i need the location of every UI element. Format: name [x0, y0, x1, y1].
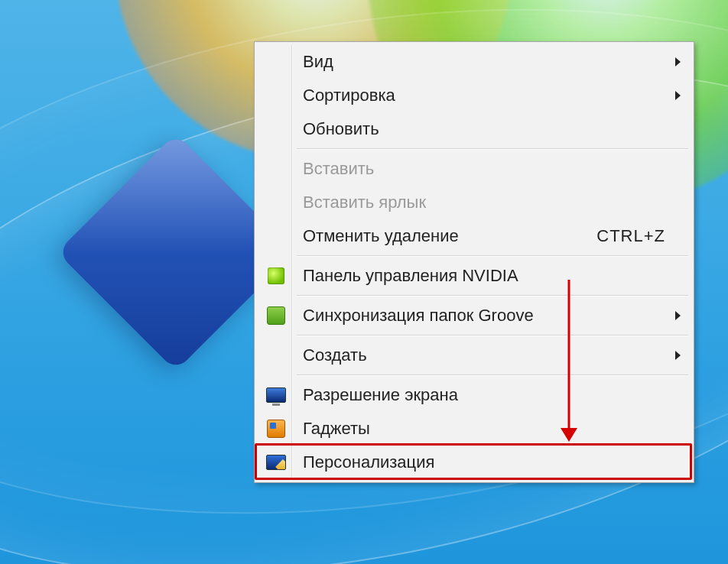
display-icon-slot [266, 385, 286, 405]
display-icon [266, 387, 286, 403]
menu-item-refresh[interactable]: Обновить [257, 112, 691, 146]
desktop-context-menu: ВидСортировкаОбновитьВставитьВставить яр… [254, 41, 694, 483]
menu-separator [297, 374, 688, 376]
submenu-arrow-icon [675, 91, 681, 100]
menu-separator [297, 148, 688, 150]
menu-item-paste: Вставить [257, 152, 691, 186]
nvidia-icon-slot [266, 266, 286, 286]
personalize-icon-slot [266, 452, 286, 472]
gadgets-icon [267, 420, 285, 438]
menu-item-label: Персонализация [303, 452, 665, 472]
menu-item-sort[interactable]: Сортировка [257, 79, 691, 112]
menu-item-resolution[interactable]: Разрешение экрана [257, 378, 691, 412]
menu-item-paste-short: Вставить ярлык [257, 186, 691, 219]
menu-item-label: Отменить удаление [303, 226, 596, 246]
personalize-icon [266, 455, 286, 470]
menu-item-label: Вид [303, 52, 665, 72]
menu-item-label: Создать [303, 345, 665, 365]
gadgets-icon-slot [266, 419, 286, 439]
menu-item-label: Гаджеты [303, 419, 665, 439]
menu-item-label: Панель управления NVIDIA [303, 266, 665, 286]
nvidia-icon [268, 267, 284, 284]
menu-item-gadgets[interactable]: Гаджеты [257, 412, 691, 446]
menu-separator [297, 295, 688, 297]
groove-icon [267, 306, 285, 325]
menu-item-undo-delete[interactable]: Отменить удалениеCTRL+Z [257, 219, 691, 253]
desktop-wallpaper[interactable]: ВидСортировкаОбновитьВставитьВставить яр… [0, 0, 728, 564]
menu-item-view[interactable]: Вид [257, 45, 691, 79]
menu-item-label: Вставить [303, 159, 665, 179]
menu-item-new[interactable]: Создать [257, 339, 691, 372]
menu-item-groove[interactable]: Синхронизация папок Groove [257, 299, 691, 332]
menu-item-label: Обновить [303, 119, 665, 139]
menu-separator [297, 255, 688, 257]
menu-item-label: Синхронизация папок Groove [303, 306, 665, 326]
menu-separator [297, 335, 688, 336]
menu-item-nvidia[interactable]: Панель управления NVIDIA [257, 259, 691, 293]
menu-item-label: Сортировка [303, 86, 665, 105]
submenu-arrow-icon [675, 311, 681, 320]
menu-item-personalize[interactable]: Персонализация [257, 446, 691, 479]
menu-item-shortcut: CTRL+Z [596, 226, 665, 246]
menu-item-label: Разрешение экрана [303, 385, 665, 405]
submenu-arrow-icon [675, 351, 681, 360]
groove-icon-slot [266, 306, 286, 326]
submenu-arrow-icon [675, 57, 681, 66]
menu-item-label: Вставить ярлык [303, 193, 665, 212]
